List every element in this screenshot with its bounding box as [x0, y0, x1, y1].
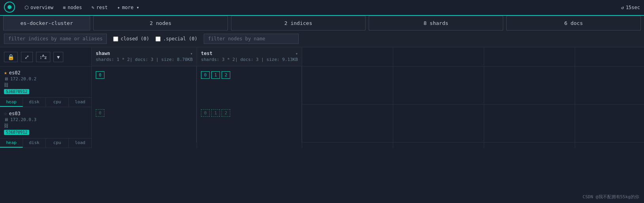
shard-0-es03-shawn: 0: [96, 109, 104, 117]
closed-filter-label[interactable]: closed (0): [113, 36, 149, 42]
shard-cell-es03-test: 0 1 2: [197, 104, 302, 142]
empty-col-3: [484, 47, 575, 148]
badge-es03: 536870912: [4, 130, 29, 135]
rest-icon: ✎: [91, 5, 94, 10]
metric-heap-es02[interactable]: heap: [0, 98, 23, 107]
indices-stat: 2 indices: [231, 16, 366, 30]
docs-stat: 6 docs: [506, 16, 641, 30]
chain-icon-es02: ⛓: [4, 82, 9, 88]
refresh-label: 15sec: [626, 5, 640, 10]
metric-load-es03[interactable]: load: [69, 138, 91, 148]
stats-row: es-docker-cluster 2 nodes 2 indices 8 sh…: [0, 16, 644, 30]
ip-es02: 172.20.0.2: [10, 76, 36, 82]
node-metrics-es02: heap disk cpu load: [0, 97, 91, 107]
disk-icon-es02: 🖥: [4, 76, 8, 82]
index-name-shawn: shawn: [96, 51, 110, 56]
badge-es02: 536870912: [4, 89, 29, 94]
shard-1-es02-test[interactable]: 1: [211, 71, 220, 79]
index-col-test: test ▾ shards: 3 * 2| docs: 3 | size: 9.…: [197, 47, 302, 148]
navbar: ⬡ overview ≡ nodes ✎ rest ✦ more ▾ ↺ 15s…: [0, 0, 644, 16]
node-row-es03: ☆ es03 🖥 172.20.0.3 ⛓ 536870912 heap dis…: [0, 107, 91, 148]
disk-icon-es03: 🖥: [4, 117, 8, 122]
dropdown-button[interactable]: ▾: [53, 52, 63, 62]
nav-more-label: more ▾: [122, 5, 139, 10]
special-label-text: .special (0): [163, 36, 197, 42]
shard-cell-es03-shawn: 0: [92, 104, 197, 142]
master-star-es03: ☆: [4, 110, 7, 116]
lock-button[interactable]: 🔒: [4, 52, 18, 62]
cluster-name-stat: es-docker-cluster: [3, 16, 90, 30]
main-grid: 🔒 ⤢ ↕AZ ▾ ★ es02 🖥 172.20.0.2 ⛓: [0, 47, 644, 148]
sort-az-button[interactable]: ↕AZ: [36, 52, 50, 62]
nav-overview[interactable]: ⬡ overview: [20, 0, 58, 15]
node-name-es02: es02: [9, 70, 21, 76]
nodes-stat: 2 nodes: [93, 16, 228, 30]
index-header-test: test ▾ shards: 3 * 2| docs: 3 | size: 9.…: [197, 47, 302, 66]
empty-col-4: [575, 47, 644, 148]
nodes-panel: 🔒 ⤢ ↕AZ ▾ ★ es02 🖥 172.20.0.2 ⛓: [0, 47, 92, 148]
metric-cpu-es02[interactable]: cpu: [46, 98, 69, 107]
nodes-icon: ≡: [63, 5, 66, 10]
metric-load-es02[interactable]: load: [69, 98, 91, 107]
index-meta-shawn: shards: 1 * 2| docs: 3 | size: 8.70KB: [96, 57, 193, 62]
closed-label-text: closed (0): [121, 36, 149, 42]
filter-indices-input[interactable]: [4, 34, 107, 44]
shard-2-es03-test: 2: [222, 109, 230, 117]
index-meta-test: shards: 3 * 2| docs: 3 | size: 9.13KB: [201, 57, 298, 62]
special-checkbox[interactable]: [155, 36, 161, 42]
filter-nodes-input[interactable]: [204, 34, 299, 44]
node-name-es03: es03: [9, 111, 21, 116]
index-col-shawn: shawn ▾ shards: 1 * 2| docs: 3 | size: 8…: [92, 47, 197, 148]
nav-rest[interactable]: ✎ rest: [87, 0, 112, 15]
nav-more[interactable]: ✦ more ▾: [112, 0, 144, 15]
shards-stat: 8 shards: [369, 16, 503, 30]
logo[interactable]: [4, 2, 15, 14]
shard-1-es03-test: 1: [211, 109, 220, 117]
indices-area: shawn ▾ shards: 1 * 2| docs: 3 | size: 8…: [92, 47, 644, 148]
node-metrics-es03: heap disk cpu load: [0, 138, 91, 148]
shard-0-es03-test: 0: [201, 109, 210, 117]
metric-disk-es02[interactable]: disk: [23, 98, 46, 107]
nav-nodes-label: nodes: [68, 5, 82, 10]
metric-disk-es03[interactable]: disk: [23, 138, 46, 148]
overview-icon: ⬡: [25, 5, 28, 10]
expand-button[interactable]: ⤢: [21, 52, 33, 62]
toolbar-row: 🔒 ⤢ ↕AZ ▾: [0, 47, 91, 66]
shard-2-es02-test[interactable]: 2: [222, 71, 230, 79]
shard-0-es02-shawn[interactable]: 0: [96, 71, 104, 79]
closed-checkbox[interactable]: [113, 36, 118, 42]
index-dropdown-shawn[interactable]: ▾: [190, 51, 193, 56]
node-info-es03: ☆ es03 🖥 172.20.0.3 ⛓ 536870912: [0, 107, 91, 138]
empty-col-2: [393, 47, 484, 148]
ip-es03: 172.20.0.3: [10, 117, 36, 122]
metric-cpu-es03[interactable]: cpu: [46, 138, 69, 148]
filter-row: closed (0) .special (0): [0, 30, 644, 47]
chain-icon-es03: ⛓: [4, 123, 9, 129]
refresh-icon: ↺: [621, 5, 624, 10]
nav-rest-label: rest: [96, 5, 108, 10]
shard-0-es02-test[interactable]: 0: [201, 71, 210, 79]
shard-cell-es02-shawn: 0: [92, 66, 197, 104]
master-star-es02: ★: [4, 70, 7, 76]
metric-heap-es03[interactable]: heap: [0, 138, 23, 148]
shard-cell-es02-test: 0 1 2: [197, 66, 302, 104]
node-info-es02: ★ es02 🖥 172.20.0.2 ⛓ 536870912: [0, 66, 91, 97]
index-dropdown-test[interactable]: ▾: [295, 51, 298, 56]
nav-overview-label: overview: [30, 5, 53, 10]
index-header-shawn: shawn ▾ shards: 1 * 2| docs: 3 | size: 8…: [92, 47, 197, 66]
more-icon: ✦: [117, 5, 120, 10]
empty-col-1: [302, 47, 393, 148]
node-row-es02: ★ es02 🖥 172.20.0.2 ⛓ 536870912 heap dis…: [0, 66, 91, 107]
index-name-test: test: [201, 51, 212, 56]
refresh-area[interactable]: ↺ 15sec: [621, 5, 640, 10]
special-filter-label[interactable]: .special (0): [155, 36, 197, 42]
svg-point-1: [8, 5, 11, 9]
nav-nodes[interactable]: ≡ nodes: [58, 0, 87, 15]
